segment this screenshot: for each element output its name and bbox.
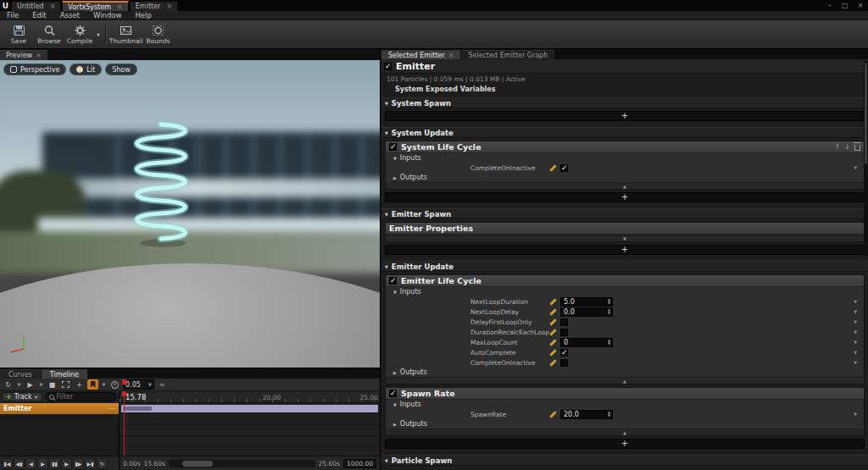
param-options-caret[interactable]: ▼ — [854, 350, 857, 355]
section-system-spawn[interactable]: ▼ System Spawn — [381, 97, 868, 108]
emitter-range-bar[interactable] — [121, 405, 378, 412]
show-button[interactable]: Show — [105, 64, 137, 75]
inputs-expander[interactable]: ▼ Inputs — [386, 400, 864, 409]
module-header[interactable]: Emitter Properties — [386, 223, 864, 235]
menu-help[interactable]: Help — [128, 11, 158, 19]
move-tool-icon[interactable]: + — [74, 379, 85, 390]
number-input[interactable] — [560, 297, 613, 307]
close-icon[interactable]: × — [166, 3, 172, 10]
module-collapse-strip[interactable]: ▲ — [386, 429, 864, 435]
compile-options-caret[interactable]: ▼ — [97, 32, 100, 37]
param-checkbox[interactable] — [560, 359, 568, 367]
close-icon[interactable]: × — [50, 3, 56, 10]
param-options-caret[interactable]: ▼ — [854, 309, 857, 314]
tab-untitled[interactable]: Untitled × — [11, 1, 61, 11]
minimize-button[interactable]: – — [822, 0, 837, 11]
range-end-value[interactable]: 1000.00 — [343, 459, 376, 468]
edit-pencil-icon[interactable] — [548, 328, 558, 336]
timeline-ruler[interactable]: 15.78 20.00 25.00 — [120, 391, 380, 402]
snap-time-icon[interactable] — [109, 379, 120, 390]
thumbnail-button[interactable]: Thumbnail — [109, 21, 143, 48]
save-button[interactable]: Save — [3, 21, 34, 48]
menu-edit[interactable]: Edit — [25, 11, 53, 19]
menu-window[interactable]: Window — [86, 11, 129, 19]
module-collapse-strip[interactable]: ▲ — [386, 377, 864, 384]
menu-asset[interactable]: Asset — [53, 11, 86, 19]
module-header[interactable]: Emitter Life Cycle — [386, 275, 864, 287]
param-options-caret[interactable]: ▼ — [854, 299, 857, 304]
param-options-caret[interactable]: ▼ — [854, 329, 857, 335]
play-caret[interactable]: ▼ — [38, 379, 44, 390]
transport-to-front-button[interactable]: ▮◀ — [2, 458, 13, 469]
tab-vortxsystem[interactable]: VortxSystem × — [62, 1, 128, 11]
number-input[interactable] — [560, 307, 613, 317]
scrollbar-handle[interactable] — [182, 461, 213, 467]
timeline-scrollbar[interactable] — [169, 460, 315, 467]
track-filter[interactable] — [45, 392, 118, 401]
track-lanes[interactable] — [120, 403, 380, 456]
playback-caret[interactable]: ▼ — [16, 379, 22, 390]
emitter-track-header[interactable]: Emitter ⋯ — [0, 403, 119, 414]
tab-selected-emitter-graph[interactable]: Selected Emitter Graph — [461, 50, 554, 59]
tab-emitter[interactable]: Emitter × — [130, 1, 178, 11]
transport-pause-button[interactable]: ▮▮ — [49, 458, 60, 469]
module-enabled-checkbox[interactable] — [389, 143, 397, 151]
tab-preview[interactable]: Preview × — [0, 50, 47, 60]
spinner-icon[interactable]: ▲▼ — [606, 297, 612, 307]
add-module-button[interactable]: + — [385, 192, 865, 202]
emitter-track-lane[interactable] — [120, 403, 380, 414]
add-track-button[interactable]: + Track ▼ — [2, 392, 42, 401]
play-indicator-icon[interactable]: ▶ — [25, 379, 36, 390]
curve-fit-icon[interactable]: ≈ — [157, 379, 168, 390]
section-emitter-update[interactable]: ▼ Emitter Update — [381, 261, 868, 272]
snap-interval-combo[interactable]: ▼ — [123, 379, 154, 390]
number-field[interactable]: ▲▼ — [560, 307, 613, 317]
number-field[interactable]: ▲▼ — [560, 338, 613, 347]
edit-pencil-icon[interactable] — [548, 410, 558, 418]
number-input[interactable] — [560, 410, 613, 419]
transport-frame-forward-button[interactable]: ▶ — [61, 458, 72, 469]
inputs-expander[interactable]: ▼ Inputs — [386, 153, 864, 163]
tab-selected-emitter[interactable]: Selected Emitter × — [381, 50, 460, 59]
number-field[interactable]: ▲▼ — [560, 410, 613, 419]
transport-loop-button[interactable]: ↻ — [97, 458, 108, 469]
section-particle-spawn[interactable]: ▼ Particle Spawn — [381, 455, 868, 466]
param-checkbox[interactable] — [560, 164, 568, 172]
param-options-caret[interactable]: ▼ — [854, 360, 857, 365]
tab-curves[interactable]: Curves — [0, 369, 41, 379]
compile-button[interactable]: Compile — [64, 21, 95, 48]
module-enabled-checkbox[interactable] — [389, 390, 397, 397]
param-checkbox[interactable] — [560, 349, 568, 357]
section-system-update[interactable]: ▼ System Update — [381, 127, 868, 138]
transport-frame-back-button[interactable]: ◀ — [25, 458, 36, 469]
spinner-icon[interactable]: ▲▼ — [606, 410, 612, 419]
details-scrollbar[interactable] — [864, 61, 868, 256]
move-down-icon[interactable]: ↓ — [844, 143, 850, 151]
system-exposed-variables-label[interactable]: System Exposed Variables — [385, 84, 865, 95]
snap-interval-input[interactable] — [125, 381, 146, 389]
outputs-expander[interactable]: ▶ Outputs — [386, 368, 864, 377]
playhead-line[interactable] — [124, 403, 125, 456]
auto-key-button[interactable] — [87, 379, 98, 390]
browse-button[interactable]: Browse — [34, 21, 64, 48]
tab-timeline[interactable]: Timeline — [42, 369, 87, 379]
module-collapse-strip[interactable]: ▲ — [386, 182, 864, 189]
close-icon[interactable]: × — [448, 52, 454, 59]
outputs-expander[interactable]: ▶ Outputs — [386, 419, 864, 429]
inputs-expander[interactable]: ▼ Inputs — [386, 287, 864, 296]
add-module-button[interactable]: + — [385, 245, 865, 255]
track-options-icon[interactable]: ⋯ — [108, 405, 115, 412]
section-emitter-spawn[interactable]: ▼ Emitter Spawn — [381, 208, 868, 219]
transport-play-button[interactable]: ▶ — [37, 458, 48, 469]
spinner-icon[interactable]: ▲▼ — [606, 307, 612, 317]
move-up-icon[interactable]: ↑ — [835, 143, 841, 151]
playback-options-icon[interactable]: ↻ — [3, 379, 14, 390]
param-options-caret[interactable]: ▼ — [854, 412, 857, 417]
perspective-button[interactable]: Perspective — [3, 64, 66, 75]
transport-jump-forward-button[interactable]: ▮▶ — [73, 458, 84, 469]
maximize-button[interactable]: □ — [837, 0, 853, 11]
snap-caret[interactable]: ▼ — [148, 382, 152, 387]
edit-pencil-icon[interactable] — [548, 338, 558, 346]
scrollbar-handle[interactable] — [865, 63, 867, 164]
param-options-caret[interactable]: ▼ — [854, 319, 857, 324]
